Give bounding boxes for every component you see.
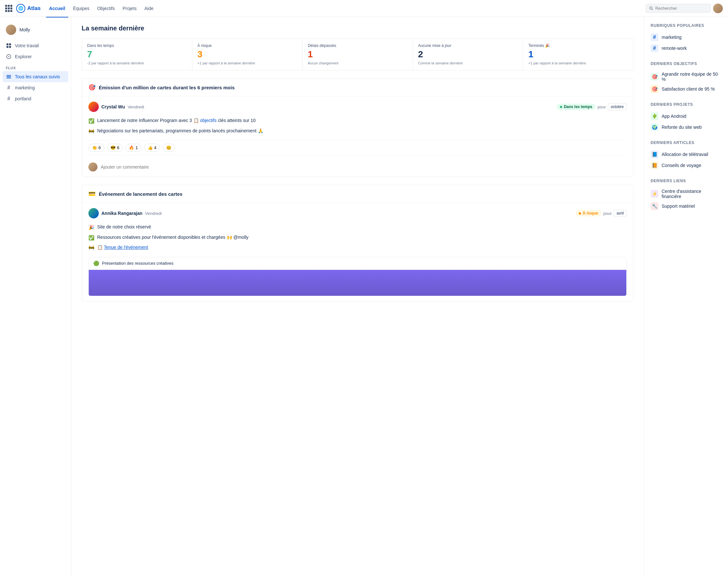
- recent-projects-title: Derniers projets: [651, 102, 722, 107]
- preview-icon: 🟢: [93, 260, 100, 266]
- recent-goals-section: Derniers objectifs 🎯 Agrandir notre équi…: [651, 61, 722, 94]
- nav-link-projets[interactable]: Projets: [119, 4, 140, 13]
- nav-link-objectifs[interactable]: Objectifs: [94, 4, 118, 13]
- stat-card-aucune-maj: Aucune mise à jour 2 Comme la semaine de…: [413, 39, 523, 70]
- objectifs-link[interactable]: 📋 objectifs: [193, 118, 217, 123]
- right-item-allocation[interactable]: 📘 Allocation de télétravail: [651, 149, 722, 160]
- right-item-refonte-site[interactable]: 🌍 Refonte du site web: [651, 122, 722, 133]
- right-item-remote-work-label: remote-work: [662, 46, 687, 51]
- stat-title-0: Dans les temps: [87, 44, 187, 48]
- right-item-app-android[interactable]: 🌵 App Android: [651, 111, 722, 122]
- user-avatar[interactable]: [713, 4, 723, 13]
- stat-card-delais: Délais dépassés 1 Aucun changement: [302, 39, 413, 70]
- feed-1-header[interactable]: 🎯 Émission d'un million de cartes durant…: [82, 79, 633, 96]
- sidebar-item-marketing[interactable]: # marketing: [3, 82, 68, 93]
- sidebar-item-votre-travail[interactable]: Votre travail: [3, 40, 68, 51]
- reaction-clap[interactable]: 👏 6: [88, 144, 104, 152]
- comment-avatar: [88, 163, 98, 172]
- compass-icon: [6, 54, 12, 60]
- feed-1-status: Dans les temps: [557, 104, 596, 110]
- svg-rect-2: [6, 44, 8, 45]
- sidebar-item-votre-travail-label: Votre travail: [15, 43, 39, 48]
- hash-icon-marketing: #: [6, 85, 12, 91]
- reaction-cool[interactable]: 😎 6: [107, 144, 123, 152]
- feed-1-reactions: 👏 6 😎 6 🔥 1 👍 4 😊: [88, 140, 627, 155]
- feed-1-title: Émission d'un million de cartes durant l…: [99, 85, 235, 90]
- hash-icon-right-remote: #: [651, 44, 658, 52]
- feed-1-month: octobre: [608, 103, 627, 110]
- grid-menu-icon[interactable]: [5, 5, 12, 12]
- sidebar-item-tous-canaux[interactable]: Tous les canaux suivis: [3, 71, 68, 82]
- logo[interactable]: 🌐 Atlas: [16, 4, 41, 13]
- hash-icon-right-marketing: #: [651, 33, 658, 41]
- search-bar[interactable]: [646, 4, 710, 12]
- svg-point-0: [650, 6, 652, 9]
- feed-2-item-1: ✅ Ressources créatives pour l'événement …: [88, 233, 627, 243]
- right-item-conseils-voyage[interactable]: 📙 Conseils de voyage: [651, 160, 722, 171]
- feed-2-status-dot: [579, 212, 581, 214]
- project-icon-android: 🌵: [651, 112, 658, 120]
- feed-2-meta: Annika Rangarajan Vendredi À risque pour…: [88, 208, 627, 219]
- feed-item-2: 💳 Événement de lancement des cartes Anni…: [82, 185, 633, 301]
- right-item-marketing[interactable]: # marketing: [651, 32, 722, 43]
- recent-projects-section: Derniers projets 🌵 App Android 🌍 Refonte…: [651, 102, 722, 133]
- right-item-agrandir[interactable]: 🎯 Agrandir notre équipe de 50 %: [651, 70, 722, 84]
- svg-rect-10: [6, 78, 11, 78]
- feed-1-pour: pour: [597, 105, 606, 109]
- nav-link-aide[interactable]: Aide: [141, 4, 157, 13]
- sidebar-item-marketing-label: marketing: [15, 85, 35, 90]
- recent-articles-section: Derniers articles 📘 Allocation de télétr…: [651, 140, 722, 171]
- feed-2-preview[interactable]: 🟢 Présentation des ressources créatives: [88, 257, 627, 296]
- svg-rect-5: [9, 46, 11, 48]
- reaction-fire[interactable]: 🔥 1: [125, 144, 141, 152]
- stat-desc-3: Comme la semaine dernière: [418, 61, 518, 66]
- stat-value-0: 7: [87, 49, 187, 60]
- svg-rect-4: [6, 46, 8, 48]
- feed-2-header[interactable]: 💳 Événement de lancement des cartes: [82, 185, 633, 203]
- party-icon: 🎉: [88, 224, 95, 231]
- comment-input[interactable]: [101, 164, 627, 170]
- feed-2-date: Vendredi: [145, 211, 162, 216]
- sidebar-item-explorer[interactable]: Explorer: [3, 51, 68, 62]
- goal-icon-agrandir: 🎯: [651, 73, 658, 81]
- right-item-centre-assistance[interactable]: ⚡ Centre d'assistance financière: [651, 187, 722, 201]
- feed-2-icon: 💳: [88, 190, 96, 197]
- feed-1-item-1: 🚧 Négociations sur les partenariats, pro…: [88, 126, 627, 137]
- reaction-smile[interactable]: 😊: [163, 144, 175, 152]
- stat-title-4: Terminés 🎉: [528, 44, 628, 48]
- feed-2-item-2: 🚧 📋 Tenue de l'événement: [88, 243, 627, 253]
- stat-desc-1: +1 par rapport à la semaine dernière: [197, 61, 297, 66]
- feed-1-body: Crystal Wu Vendredi Dans les temps pour …: [82, 96, 633, 177]
- reaction-thumbsup[interactable]: 👍 4: [144, 144, 160, 152]
- stat-cards: Dans les temps 7 -2 par rapport à la sem…: [82, 38, 633, 70]
- right-item-satisfaction[interactable]: 🎯 Satisfaction client de 95 %: [651, 84, 722, 94]
- popular-topics-title: Rubriques populaires: [651, 23, 722, 28]
- tenue-link[interactable]: Tenue de l'événement: [104, 244, 148, 250]
- right-item-centre-label: Centre d'assistance financière: [662, 189, 722, 199]
- right-item-refonte-site-label: Refonte du site web: [662, 124, 702, 130]
- right-item-support-materiel[interactable]: 🔧 Support matériel: [651, 201, 722, 212]
- recent-links-section: Derniers liens ⚡ Centre d'assistance fin…: [651, 179, 722, 212]
- svg-point-7: [8, 56, 9, 57]
- stat-value-2: 1: [308, 49, 407, 60]
- nav-link-accueil[interactable]: Accueil: [46, 4, 69, 13]
- nav-link-equipes[interactable]: Équipes: [70, 4, 92, 13]
- stat-card-a-risque: À risque 3 +1 par rapport à la semaine d…: [192, 39, 303, 70]
- search-input[interactable]: [655, 6, 707, 11]
- feed-1-author: Crystal Wu: [101, 104, 125, 109]
- logo-icon: 🌐: [16, 4, 25, 13]
- feed-1-items: ✅ Lancement de notre Influencer Program …: [88, 116, 627, 136]
- feed-1-status-dot: [560, 106, 562, 108]
- feed-2-title: Événement de lancement des cartes: [99, 191, 182, 197]
- recent-links-title: Derniers liens: [651, 179, 722, 183]
- sidebar-user[interactable]: Molly: [3, 22, 68, 37]
- sidebar: Molly Votre travail Explorer Flux Tous l…: [0, 17, 71, 576]
- popular-topics-section: Rubriques populaires # marketing # remot…: [651, 23, 722, 54]
- feed-1-meta: Crystal Wu Vendredi Dans les temps pour …: [88, 102, 627, 112]
- right-item-remote-work[interactable]: # remote-work: [651, 43, 722, 54]
- recent-articles-title: Derniers articles: [651, 140, 722, 145]
- sidebar-item-portland-label: portland: [15, 96, 31, 101]
- svg-rect-3: [9, 44, 11, 45]
- feed-1-icon: 🎯: [88, 84, 96, 91]
- sidebar-item-portland[interactable]: # portland: [3, 93, 68, 104]
